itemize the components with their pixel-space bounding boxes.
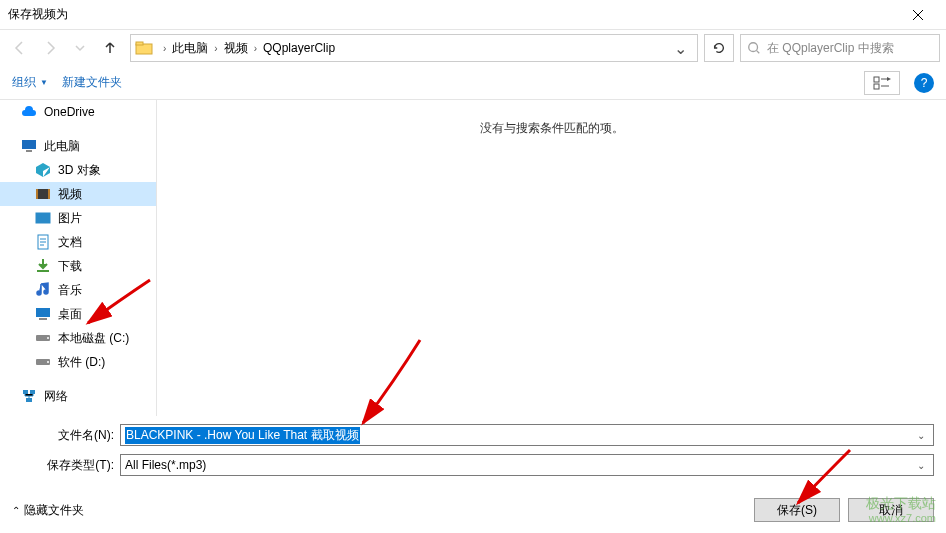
sidebar-item-desktop[interactable]: 桌面 (0, 302, 156, 326)
documents-icon (34, 233, 52, 251)
arrow-up-icon (102, 40, 118, 56)
refresh-icon (712, 41, 726, 55)
svg-rect-6 (26, 150, 32, 152)
footer: ⌃ 隐藏文件夹 保存(S) 取消 (0, 488, 946, 532)
chevron-right-icon[interactable]: › (210, 43, 221, 54)
video-icon (34, 185, 52, 203)
up-button[interactable] (96, 34, 124, 62)
chevron-down-icon: ▼ (40, 78, 48, 87)
filename-value: BLACKPINK - .How You Like That 截取视频 (125, 427, 360, 444)
network-icon (20, 387, 38, 405)
svg-rect-19 (23, 390, 28, 394)
help-icon: ? (921, 76, 928, 90)
downloads-icon (34, 257, 52, 275)
sidebar-item-documents[interactable]: 文档 (0, 230, 156, 254)
filename-label: 文件名(N): (12, 427, 120, 444)
svg-point-2 (749, 43, 758, 52)
organize-menu[interactable]: 组织▼ (12, 74, 48, 91)
sidebar-item-video[interactable]: 视频 (0, 182, 156, 206)
cancel-button[interactable]: 取消 (848, 498, 934, 522)
empty-message: 没有与搜索条件匹配的项。 (480, 120, 624, 137)
sidebar-item-onedrive[interactable]: OneDrive (0, 100, 156, 124)
svg-point-16 (47, 337, 49, 339)
navigation-bar: › 此电脑 › 视频 › QQplayerClip ⌄ 在 QQplayerCl… (0, 30, 946, 66)
chevron-down-icon[interactable]: ⌄ (913, 460, 929, 471)
main-area: OneDrive 此电脑 3D 对象 视频 图片 文档 下载 音乐 (0, 100, 946, 416)
svg-rect-4 (874, 84, 879, 89)
close-button[interactable] (898, 1, 938, 29)
svg-rect-9 (48, 189, 50, 199)
sidebar-item-pictures[interactable]: 图片 (0, 206, 156, 230)
crumb-level1[interactable]: 视频 (222, 40, 250, 57)
sidebar-item-music[interactable]: 音乐 (0, 278, 156, 302)
filename-input[interactable]: BLACKPINK - .How You Like That 截取视频 ⌄ (120, 424, 934, 446)
svg-rect-3 (874, 77, 879, 82)
cloud-icon (20, 103, 38, 121)
svg-rect-20 (30, 390, 35, 394)
savetype-value: All Files(*.mp3) (125, 458, 206, 472)
folder-icon (135, 39, 153, 57)
forward-button[interactable] (36, 34, 64, 62)
svg-rect-21 (26, 398, 32, 402)
sidebar-item-disk-d[interactable]: 软件 (D:) (0, 350, 156, 374)
window-title: 保存视频为 (8, 6, 898, 23)
arrow-left-icon (12, 40, 28, 56)
arrow-right-icon (42, 40, 58, 56)
svg-rect-14 (39, 318, 47, 320)
sidebar-item-downloads[interactable]: 下载 (0, 254, 156, 278)
caret-icon: ⌃ (12, 505, 20, 516)
back-button[interactable] (6, 34, 34, 62)
sidebar-item-network[interactable]: 网络 (0, 384, 156, 408)
disk-icon (34, 329, 52, 347)
close-icon (913, 10, 923, 20)
chevron-down-icon (72, 40, 88, 56)
desktop-icon (34, 305, 52, 323)
refresh-button[interactable] (704, 34, 734, 62)
svg-rect-1 (136, 42, 143, 45)
music-icon (34, 281, 52, 299)
disk-icon (34, 353, 52, 371)
svg-point-18 (47, 361, 49, 363)
svg-rect-13 (36, 308, 50, 317)
save-button[interactable]: 保存(S) (754, 498, 840, 522)
svg-rect-8 (36, 189, 38, 199)
chevron-down-icon[interactable]: ⌄ (913, 430, 929, 441)
savetype-label: 保存类型(T): (12, 457, 120, 474)
pictures-icon (34, 209, 52, 227)
help-button[interactable]: ? (914, 73, 934, 93)
sidebar-item-disk-c[interactable]: 本地磁盘 (C:) (0, 326, 156, 350)
svg-rect-5 (22, 140, 36, 149)
chevron-right-icon[interactable]: › (250, 43, 261, 54)
svg-rect-7 (36, 189, 50, 199)
search-icon (747, 41, 761, 55)
3d-icon (34, 161, 52, 179)
sidebar-item-thispc[interactable]: 此电脑 (0, 134, 156, 158)
breadcrumb-dropdown[interactable]: ⌄ (668, 39, 693, 58)
view-icon (873, 76, 891, 90)
pc-icon (20, 137, 38, 155)
search-input[interactable]: 在 QQplayerClip 中搜索 (740, 34, 940, 62)
recent-button[interactable] (66, 34, 94, 62)
breadcrumb[interactable]: › 此电脑 › 视频 › QQplayerClip ⌄ (130, 34, 698, 62)
savetype-select[interactable]: All Files(*.mp3) ⌄ (120, 454, 934, 476)
save-fields: 文件名(N): BLACKPINK - .How You Like That 截… (0, 416, 946, 488)
file-list-area[interactable]: 没有与搜索条件匹配的项。 (157, 100, 946, 416)
hide-folders-toggle[interactable]: ⌃ 隐藏文件夹 (12, 502, 84, 519)
crumb-level2[interactable]: QQplayerClip (261, 41, 337, 55)
sidebar[interactable]: OneDrive 此电脑 3D 对象 视频 图片 文档 下载 音乐 (0, 100, 157, 416)
titlebar: 保存视频为 (0, 0, 946, 30)
view-options-button[interactable] (864, 71, 900, 95)
toolbar: 组织▼ 新建文件夹 ? (0, 66, 946, 100)
chevron-right-icon[interactable]: › (159, 43, 170, 54)
sidebar-item-3d[interactable]: 3D 对象 (0, 158, 156, 182)
new-folder-button[interactable]: 新建文件夹 (62, 74, 122, 91)
crumb-root[interactable]: 此电脑 (170, 40, 210, 57)
search-placeholder: 在 QQplayerClip 中搜索 (767, 40, 894, 57)
